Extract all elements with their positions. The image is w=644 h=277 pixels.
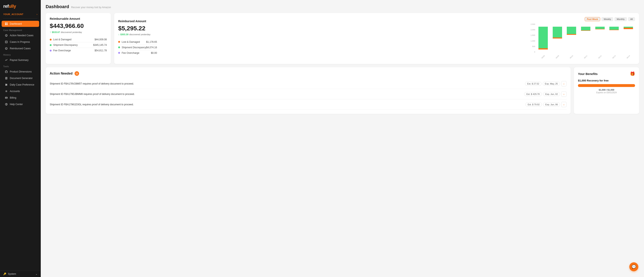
action-item: Shipment ID FBA179DJBMM8 requires proof … bbox=[50, 89, 566, 99]
reimbursable-card: Reimbursable Amount $443,966.60 ↑ $533.6… bbox=[46, 13, 111, 64]
sidebar-product-label: Product Dimensions bbox=[10, 70, 32, 73]
bar-stack bbox=[608, 27, 621, 55]
chart-tab-monthly[interactable]: Monthly bbox=[614, 17, 627, 21]
breakdown-label: Lost & Damaged bbox=[122, 40, 140, 43]
sidebar-dashboard-label: Dashboard bbox=[10, 22, 22, 25]
bar-group: 05/11 bbox=[579, 27, 592, 58]
sidebar-progress-label: Cases In Progress bbox=[10, 40, 30, 43]
reimbursable-discovered: ↑ $533.67 discovered yesterday bbox=[50, 30, 107, 34]
breakdown-label: Shipment Discrepancy bbox=[53, 44, 78, 46]
case-management-label: Case Management bbox=[0, 27, 41, 32]
bar-date-label: 05/10 bbox=[570, 55, 574, 59]
sidebar-daily-label: Daily Case Preference bbox=[10, 83, 34, 86]
bar-orange-segment bbox=[624, 28, 633, 29]
action-list: Shipment ID FBA178V28M5T requires proof … bbox=[50, 79, 566, 110]
breakdown-value: $4,074.16 bbox=[146, 46, 157, 49]
page-header: Dashboard Recover your money lost by Ama… bbox=[46, 4, 639, 9]
action-needed-card: Action Needed 11 Shipment ID FBA178V28M5… bbox=[46, 67, 571, 114]
logo-text: ref bbox=[3, 4, 9, 9]
breakdown-label: Lost & Damaged bbox=[53, 38, 71, 41]
sidebar-item-dashboard[interactable]: Dashboard bbox=[2, 21, 39, 27]
breakdown-value: $54,811.78 bbox=[94, 49, 107, 52]
sidebar-item-action-needed[interactable]: Action Needed Cases bbox=[2, 32, 39, 38]
action-arrow-button[interactable]: › bbox=[561, 81, 566, 86]
sliders-icon bbox=[5, 83, 8, 86]
svg-point-19 bbox=[6, 84, 6, 84]
account-name: YOUR_ACCOUNT bbox=[3, 13, 24, 15]
chart-tab-all[interactable]: All bbox=[628, 17, 635, 21]
progress-info: $1,000 / $1,000 bbox=[578, 89, 635, 91]
svg-rect-0 bbox=[5, 23, 6, 24]
bar-stack bbox=[551, 27, 564, 55]
sidebar-item-accounts[interactable]: Accounts bbox=[2, 88, 39, 94]
up-arrow-icon-2: ↑ bbox=[118, 33, 120, 36]
breakdown-value: $0.00 bbox=[151, 51, 157, 54]
bar-date-label: 05/08 bbox=[541, 55, 545, 59]
reimbursable-amount: $443,966.60 bbox=[50, 22, 107, 29]
bar-orange-segment bbox=[595, 29, 605, 29]
logo-accent: ully bbox=[9, 4, 16, 9]
reimbursed-title: Reimbursed Amount bbox=[118, 19, 157, 23]
action-item-text: Shipment ID FBA178V28M5T requires proof … bbox=[50, 82, 523, 85]
breakdown-value: $1,178.65 bbox=[146, 40, 157, 43]
bar-date-label: 05/09 bbox=[555, 55, 560, 59]
progress-value: $1,000 / $1,000 bbox=[599, 89, 614, 91]
action-item-tags: Est. $ 79.92 Exp. Jun, 06 › bbox=[526, 102, 566, 107]
sidebar-reimbursed-label: Reimbursed Cases bbox=[10, 47, 30, 50]
bar-green-segment bbox=[567, 27, 576, 34]
action-arrow-button[interactable]: › bbox=[561, 102, 566, 107]
top-cards-row: Reimbursable Amount $443,966.60 ↑ $533.6… bbox=[46, 13, 639, 64]
tools-label: Tools bbox=[0, 63, 41, 68]
sidebar-item-daily-case[interactable]: Daily Case Preference bbox=[2, 82, 39, 88]
sidebar-item-billing[interactable]: Billing bbox=[2, 95, 39, 101]
bar-stack bbox=[622, 27, 635, 55]
chat-bubble[interactable]: 💬 bbox=[629, 262, 638, 271]
document-icon bbox=[5, 77, 8, 80]
sidebar-item-product-dimensions[interactable]: Product Dimensions bbox=[2, 69, 39, 75]
dot-icon bbox=[118, 52, 120, 54]
breakdown-item: Lost & Damaged $1,178.65 bbox=[118, 39, 157, 45]
reimbursed-discovered-label: discovered yesterday bbox=[129, 33, 150, 36]
action-arrow-button[interactable]: › bbox=[561, 91, 566, 97]
expires-text: Expires on 03/01/2024 bbox=[578, 91, 635, 94]
sidebar-accounts-label: Accounts bbox=[10, 90, 20, 93]
bar-group: 05/12 bbox=[593, 27, 607, 58]
sidebar-item-document-generator[interactable]: Document Generator bbox=[2, 75, 39, 81]
sidebar-action-label: Action Needed Cases bbox=[10, 34, 34, 37]
sidebar-item-reimbursed-cases[interactable]: $ Reimbursed Cases bbox=[2, 45, 39, 51]
chart-tab-past-week[interactable]: Past Week bbox=[585, 17, 600, 21]
chart-tabs-area: Past WeekWeeklyMonthlyAll 05001,0001,500… bbox=[529, 17, 635, 58]
benefits-header: Your Benefits 🎁 bbox=[578, 71, 635, 76]
bar-date-label: 05/11 bbox=[584, 55, 588, 59]
benefits-card: Your Benefits 🎁 $1,000 Recovery for free… bbox=[574, 67, 639, 114]
account-selector[interactable]: YOUR_ACCOUNT › bbox=[0, 12, 41, 17]
svg-text:$: $ bbox=[6, 48, 7, 49]
action-header: Action Needed 11 bbox=[50, 71, 566, 76]
bar-stack bbox=[565, 27, 578, 55]
action-item-text: Shipment ID FBA17961D3GL requires proof … bbox=[50, 103, 523, 106]
reimbursable-breakdown: Lost & Damaged $44,009.08 Shipment Discr… bbox=[50, 37, 107, 53]
bar-date-label: 05/14 bbox=[626, 55, 630, 59]
chart-icon bbox=[5, 59, 8, 61]
key-icon: 🔑 bbox=[3, 273, 6, 275]
sidebar-item-help[interactable]: Help Center bbox=[2, 101, 39, 107]
bar-group: 05/09 bbox=[551, 27, 564, 58]
history-label: History bbox=[0, 52, 41, 57]
sidebar-system-row[interactable]: 🔑 System ⌄ bbox=[0, 271, 41, 277]
help-icon bbox=[5, 103, 8, 106]
reimbursed-breakdown: Lost & Damaged $1,178.65 Shipment Discre… bbox=[118, 39, 157, 56]
chart-tab-weekly[interactable]: Weekly bbox=[602, 17, 613, 21]
sidebar-item-payout-summary[interactable]: Payout Summary bbox=[2, 57, 39, 63]
sidebar-item-cases-in-progress[interactable]: Cases In Progress bbox=[2, 39, 39, 45]
action-item-tags: Est. $ 27.52 Exp. May, 25 › bbox=[525, 81, 566, 86]
bar-group: 05/10 bbox=[565, 27, 578, 58]
breakdown-label: Fee Overcharge bbox=[53, 49, 71, 52]
main-content: Dashboard Recover your money lost by Ama… bbox=[41, 0, 644, 277]
bar-orange-segment bbox=[581, 30, 590, 31]
sidebar-divider bbox=[3, 18, 38, 18]
reimbursable-title: Reimbursable Amount bbox=[50, 17, 107, 20]
bar-orange-segment bbox=[567, 34, 576, 35]
bar-orange-segment bbox=[609, 30, 619, 30]
exp-tag: Exp. May, 25 bbox=[543, 82, 560, 86]
action-count-badge: 11 bbox=[74, 71, 79, 76]
